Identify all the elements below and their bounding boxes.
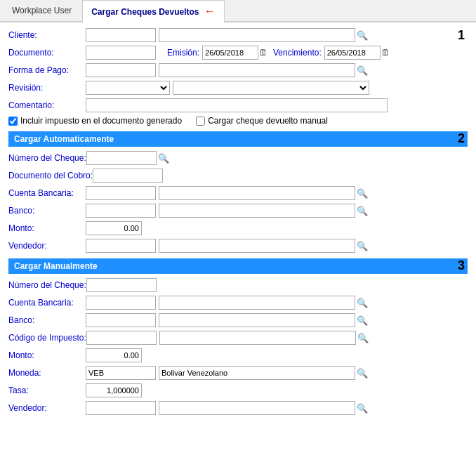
vencimiento-calendar-icon[interactable]: 🗓: [381, 48, 390, 58]
manual-banco-label: Banco:: [8, 315, 86, 325]
manual-monto-input[interactable]: [86, 348, 142, 362]
manual-monto-label: Monto:: [8, 350, 86, 360]
forma-pago-search-icon[interactable]: 🔍: [357, 65, 368, 76]
auto-monto-label: Monto:: [8, 223, 86, 233]
manual-moneda-search-icon[interactable]: 🔍: [357, 368, 368, 378]
revision-select-2[interactable]: [173, 81, 369, 95]
revision-select-1[interactable]: [86, 81, 170, 95]
manual-vendedor-search-icon[interactable]: 🔍: [357, 403, 368, 414]
vencimiento-label: Vencimiento:: [273, 48, 322, 58]
manual-codigo-code-input[interactable]: [86, 331, 157, 345]
auto-banco-code-input[interactable]: [86, 204, 156, 218]
manual-codigo-impuesto-label: Código de Impuesto:: [8, 333, 86, 343]
manual-moneda-label: Moneda:: [8, 368, 86, 378]
comentario-input[interactable]: [86, 98, 388, 112]
manual-banco-code-input[interactable]: [86, 313, 156, 327]
cliente-search-icon[interactable]: 🔍: [357, 30, 368, 41]
auto-numero-cheque-input[interactable]: [86, 151, 157, 165]
forma-pago-label: Forma de Pago:: [8, 65, 86, 75]
manual-cuenta-code-input[interactable]: [86, 296, 156, 310]
manual-codigo-name-input[interactable]: [159, 331, 356, 345]
manual-moneda-code-input[interactable]: [86, 366, 156, 380]
manual-vendedor-name-input[interactable]: [159, 401, 355, 415]
emision-date-input[interactable]: [202, 46, 258, 60]
emision-calendar-icon[interactable]: 🗓: [259, 48, 267, 58]
manual-banco-name-input[interactable]: [159, 313, 355, 327]
auto-vendedor-label: Vendedor:: [8, 241, 86, 251]
auto-banco-label: Banco:: [8, 206, 86, 216]
auto-cuenta-code-input[interactable]: [86, 186, 156, 200]
auto-vendedor-search-icon[interactable]: 🔍: [357, 241, 368, 251]
manual-moneda-name-input[interactable]: [159, 366, 355, 380]
manual-banco-search-icon[interactable]: 🔍: [357, 315, 368, 326]
manual-cuenta-search-icon[interactable]: 🔍: [357, 298, 368, 308]
tab-workplace[interactable]: Workplace User: [3, 1, 81, 20]
manual-section-header: Cargar Manualmente: [8, 258, 468, 274]
manual-numero-cheque-input[interactable]: [86, 278, 157, 292]
manual-cuenta-bancaria-label: Cuenta Bancaria:: [8, 298, 86, 308]
vencimiento-date-input[interactable]: [324, 46, 381, 60]
cargar-manual-checkbox[interactable]: [196, 117, 205, 126]
manual-cuenta-name-input[interactable]: [159, 296, 355, 310]
auto-cuenta-name-input[interactable]: [159, 186, 355, 200]
manual-numero-cheque-label: Número del Cheque:: [8, 280, 86, 290]
manual-vendedor-code-input[interactable]: [86, 401, 156, 415]
badge-3: 3: [458, 258, 465, 273]
auto-cuenta-bancaria-label: Cuenta Bancaria:: [8, 188, 86, 198]
auto-vendedor-code-input[interactable]: [86, 239, 156, 253]
forma-pago-code-input[interactable]: [86, 63, 156, 77]
arrow-icon: ←: [204, 5, 216, 17]
auto-banco-name-input[interactable]: [159, 204, 355, 218]
auto-monto-input[interactable]: [86, 221, 142, 235]
badge-2: 2: [458, 131, 465, 146]
manual-vendedor-label: Vendedor:: [8, 403, 86, 413]
tab-cargar-cheques[interactable]: Cargar Cheques Devueltos ←: [82, 0, 225, 23]
cliente-label: Cliente:: [8, 30, 86, 40]
auto-banco-search-icon[interactable]: 🔍: [357, 206, 368, 216]
auto-vendedor-name-input[interactable]: [159, 239, 355, 253]
documento-input[interactable]: [86, 46, 156, 60]
emision-label: Emisión:: [167, 48, 199, 58]
manual-tasa-label: Tasa:: [8, 386, 86, 395]
incluir-impuesto-checkbox[interactable]: [8, 117, 18, 126]
cliente-code-input[interactable]: [86, 28, 156, 42]
auto-cuenta-search-icon[interactable]: 🔍: [357, 188, 368, 199]
tab-bar: Workplace User Cargar Cheques Devueltos …: [0, 0, 476, 22]
manual-tasa-input[interactable]: [86, 383, 142, 397]
cliente-name-input[interactable]: [159, 28, 355, 42]
comentario-label: Comentario:: [8, 100, 86, 110]
forma-pago-name-input[interactable]: [159, 63, 355, 77]
auto-section-header: Cargar Automaticamente: [8, 131, 468, 147]
auto-numero-cheque-search-icon[interactable]: 🔍: [158, 153, 169, 164]
documento-label: Documento:: [8, 48, 86, 58]
cargar-manual-checkbox-label[interactable]: Cargar cheque devuelto manual: [196, 116, 328, 126]
manual-codigo-search-icon[interactable]: 🔍: [357, 333, 369, 343]
revision-label: Revisión:: [8, 83, 86, 93]
auto-documento-cobro-input[interactable]: [93, 169, 163, 183]
auto-documento-cobro-label: Documento del Cobro:: [8, 171, 93, 180]
auto-numero-cheque-label: Número del Cheque:: [8, 153, 86, 163]
incluir-impuesto-checkbox-label[interactable]: Incluir impuesto en el documento generad…: [8, 116, 182, 126]
